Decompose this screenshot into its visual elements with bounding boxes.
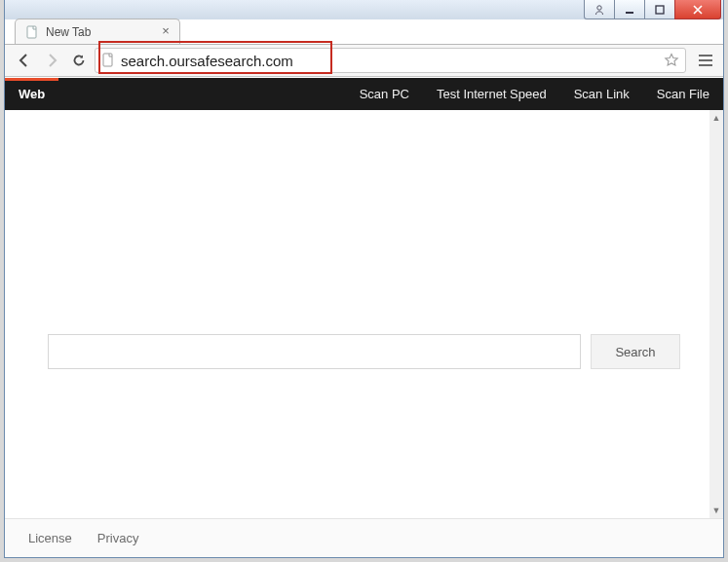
back-button[interactable] xyxy=(13,49,36,72)
svg-rect-3 xyxy=(27,26,36,38)
tab-favicon-icon xyxy=(25,25,39,39)
svg-rect-1 xyxy=(626,12,633,14)
vertical-scrollbar[interactable]: ▲ ▼ xyxy=(709,110,723,518)
scroll-up-arrow-icon[interactable]: ▲ xyxy=(709,110,723,126)
bookmark-star-icon[interactable] xyxy=(664,53,679,68)
site-footer: License Privacy xyxy=(5,518,723,557)
browser-window: New Tab × Web xyxy=(4,0,724,558)
search-button[interactable]: Search xyxy=(591,334,680,369)
window-user-button[interactable] xyxy=(584,0,615,19)
topbar-link-test-speed[interactable]: Test Internet Speed xyxy=(423,78,560,110)
menu-button[interactable] xyxy=(696,51,715,70)
url-input[interactable] xyxy=(121,53,658,69)
svg-rect-2 xyxy=(656,6,664,14)
address-bar[interactable] xyxy=(95,48,686,73)
site-topbar: Web Scan PC Test Internet Speed Scan Lin… xyxy=(5,78,723,110)
topbar-link-scan-link[interactable]: Scan Link xyxy=(560,78,643,110)
window-maximize-button[interactable] xyxy=(644,0,675,19)
tab-strip: New Tab × xyxy=(5,19,723,44)
footer-link-privacy[interactable]: Privacy xyxy=(97,531,139,545)
scroll-track[interactable] xyxy=(709,126,723,503)
topbar-web-label: Web xyxy=(19,87,45,101)
page-content: Web Scan PC Test Internet Speed Scan Lin… xyxy=(5,78,723,557)
tab-title: New Tab xyxy=(46,25,91,39)
page-icon xyxy=(101,53,115,68)
footer-link-license[interactable]: License xyxy=(28,531,72,545)
forward-button[interactable] xyxy=(40,49,63,72)
svg-rect-4 xyxy=(103,54,112,66)
search-row: Search xyxy=(48,334,680,369)
reload-button[interactable] xyxy=(67,49,91,72)
topbar-link-scan-file[interactable]: Scan File xyxy=(643,78,723,110)
topbar-web-tab[interactable]: Web xyxy=(5,78,58,110)
search-input[interactable] xyxy=(48,334,581,369)
topbar-link-scan-pc[interactable]: Scan PC xyxy=(346,78,423,110)
svg-point-0 xyxy=(597,5,601,9)
tab-close-button[interactable]: × xyxy=(160,25,172,37)
window-minimize-button[interactable] xyxy=(614,0,645,19)
browser-tab[interactable]: New Tab × xyxy=(15,19,180,44)
window-titlebar xyxy=(5,0,723,19)
browser-toolbar xyxy=(5,44,723,77)
scroll-down-arrow-icon[interactable]: ▼ xyxy=(709,503,723,518)
page-body: Search ▲ ▼ xyxy=(5,110,723,518)
window-close-button[interactable] xyxy=(674,0,721,19)
